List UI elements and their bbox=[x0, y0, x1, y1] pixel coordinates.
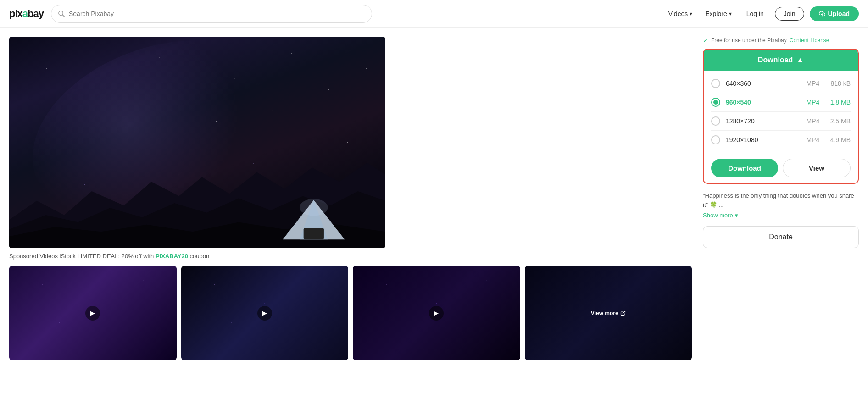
download-options-list: 640×360 MP4 818 kB 960×540 MP4 1.8 MB 12 bbox=[704, 71, 858, 153]
format-1920: MP4 bbox=[804, 136, 822, 144]
resolution-960: 960×540 bbox=[726, 99, 798, 106]
search-icon bbox=[58, 10, 65, 17]
thumb-overlay-4: View more bbox=[525, 266, 692, 360]
explore-nav-button[interactable]: Explore ▾ bbox=[701, 7, 735, 20]
download-actions: Download View bbox=[704, 153, 858, 183]
thumbnail-2[interactable]: ▶ bbox=[181, 266, 349, 360]
svg-line-1 bbox=[62, 15, 64, 17]
radio-1920[interactable] bbox=[711, 135, 720, 144]
coupon-link[interactable]: PIXABAY20 bbox=[156, 253, 188, 260]
chevron-up-icon: ▲ bbox=[796, 56, 804, 64]
svg-rect-8 bbox=[304, 228, 324, 239]
join-button[interactable]: Join bbox=[775, 7, 804, 21]
play-icon: ▶ bbox=[85, 306, 100, 321]
sponsored-bar: Sponsored Videos iStock LIMITED DEAL: 20… bbox=[9, 253, 692, 260]
video-thumbnail bbox=[9, 37, 385, 248]
format-640: MP4 bbox=[804, 80, 822, 87]
format-1280: MP4 bbox=[804, 117, 822, 125]
format-960: MP4 bbox=[804, 99, 822, 106]
svg-point-9 bbox=[300, 199, 328, 216]
resolution-1280: 1280×720 bbox=[726, 117, 798, 125]
tent-silhouette bbox=[280, 197, 348, 244]
external-link-icon bbox=[620, 310, 626, 316]
size-640: 818 kB bbox=[828, 80, 851, 87]
chevron-down-icon: ▾ bbox=[729, 11, 732, 17]
license-line: ✓ Free for use under the Pixabay Content… bbox=[703, 37, 859, 44]
thumb-overlay-2: ▶ bbox=[181, 266, 349, 360]
content-license-link[interactable]: Content License bbox=[790, 37, 829, 44]
download-option-640[interactable]: 640×360 MP4 818 kB bbox=[711, 74, 851, 93]
view-more-text: View more bbox=[591, 310, 626, 316]
radio-1280[interactable] bbox=[711, 116, 720, 126]
download-header-button[interactable]: Download ▲ bbox=[704, 50, 858, 71]
search-input[interactable] bbox=[69, 10, 365, 17]
radio-960[interactable] bbox=[711, 98, 720, 107]
download-panel: Download ▲ 640×360 MP4 818 kB 960×540 bbox=[703, 49, 859, 184]
show-more-button[interactable]: Show more ▾ bbox=[703, 212, 738, 219]
download-option-1920[interactable]: 1920×1080 MP4 4.9 MB bbox=[711, 131, 851, 149]
chevron-down-icon: ▾ bbox=[735, 212, 738, 219]
resolution-640: 640×360 bbox=[726, 80, 798, 87]
videos-nav-button[interactable]: Videos ▾ bbox=[665, 7, 696, 20]
upload-icon bbox=[819, 11, 825, 17]
check-icon: ✓ bbox=[703, 37, 708, 44]
view-action-button[interactable]: View bbox=[783, 159, 851, 177]
download-option-960[interactable]: 960×540 MP4 1.8 MB bbox=[711, 93, 851, 112]
thumbnail-1[interactable]: ▶ bbox=[9, 266, 177, 360]
play-icon: ▶ bbox=[429, 306, 444, 321]
video-section: Sponsored Videos iStock LIMITED DEAL: 20… bbox=[9, 37, 692, 360]
size-1920: 4.9 MB bbox=[828, 136, 851, 144]
sidebar: ✓ Free for use under the Pixabay Content… bbox=[703, 37, 859, 248]
chevron-down-icon: ▾ bbox=[690, 11, 692, 17]
quote-text: "Happiness is the only thing that double… bbox=[703, 191, 859, 209]
thumb-overlay-1: ▶ bbox=[9, 266, 177, 360]
thumb-overlay-3: ▶ bbox=[353, 266, 520, 360]
radio-640[interactable] bbox=[711, 79, 720, 88]
video-container[interactable] bbox=[9, 37, 385, 248]
upload-button[interactable]: Upload bbox=[810, 6, 859, 21]
logo[interactable]: pixabay bbox=[9, 8, 44, 20]
thumbnail-view-more[interactable]: View more bbox=[525, 266, 692, 360]
search-bar bbox=[51, 5, 372, 23]
header-nav: Videos ▾ Explore ▾ Log in Join Upload bbox=[665, 6, 859, 21]
donate-button[interactable]: Donate bbox=[703, 226, 859, 248]
login-button[interactable]: Log in bbox=[741, 7, 769, 20]
size-1280: 2.5 MB bbox=[828, 117, 851, 125]
download-action-button[interactable]: Download bbox=[711, 159, 778, 177]
thumbnails-row: ▶ ▶ ▶ View more bbox=[9, 266, 692, 360]
size-960: 1.8 MB bbox=[828, 99, 851, 106]
resolution-1920: 1920×1080 bbox=[726, 136, 798, 144]
play-icon: ▶ bbox=[257, 306, 272, 321]
main-layout: Sponsored Videos iStock LIMITED DEAL: 20… bbox=[0, 28, 868, 369]
radio-inner-960 bbox=[713, 100, 718, 105]
svg-line-10 bbox=[623, 311, 625, 314]
thumbnail-3[interactable]: ▶ bbox=[353, 266, 520, 360]
download-option-1280[interactable]: 1280×720 MP4 2.5 MB bbox=[711, 112, 851, 131]
header: pixabay Videos ▾ Explore ▾ Log in Join U… bbox=[0, 0, 868, 28]
